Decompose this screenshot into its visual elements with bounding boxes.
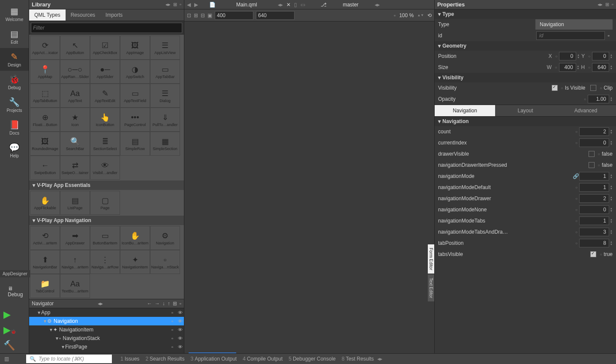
lib-item[interactable]: ≣SectionSelect — [90, 132, 120, 156]
tab-imports[interactable]: Imports — [100, 9, 128, 21]
tab-qml-types[interactable]: QML Types — [29, 9, 66, 21]
lib-item[interactable]: ▭ButtonBarItem — [90, 226, 120, 250]
visible-checkbox[interactable]: ✓ — [552, 85, 558, 91]
lib-item[interactable]: 📁TabControl — [30, 274, 60, 298]
link-icon[interactable]: 🔗 — [573, 173, 579, 179]
lib-item[interactable]: ⇄SwipeO…tainer — [60, 156, 90, 180]
canvas-height-field[interactable] — [256, 11, 294, 20]
eye-icon[interactable]: 👁 — [176, 344, 184, 349]
lib-item[interactable]: ☰Dialog — [150, 84, 180, 108]
sidebar-toggle-icon[interactable]: ▥ — [4, 356, 9, 362]
lib-item[interactable]: ●─AppSlider — [90, 60, 120, 84]
lib-item[interactable]: 📍AppMap — [30, 60, 60, 84]
lib-item[interactable]: ▢Page — [90, 191, 120, 215]
hide-icon[interactable]: ▫ — [168, 327, 176, 332]
lib-item[interactable]: ○─○AppRan…Slider — [60, 60, 90, 84]
lib-item[interactable]: ⊕Floati…Button — [30, 108, 60, 132]
hide-icon[interactable]: ▫ — [168, 310, 176, 315]
pane-search-results[interactable]: 2Search Results — [145, 356, 184, 362]
proptab-navigation[interactable]: Navigation — [435, 105, 495, 116]
split-h-icon[interactable]: ▯ — [294, 2, 297, 8]
value-input[interactable] — [579, 194, 609, 203]
lib-item[interactable]: •••PageControl — [120, 108, 150, 132]
value-input[interactable] — [579, 239, 609, 247]
lib-item[interactable]: ↑Naviga…arItem — [60, 250, 90, 274]
value-input[interactable] — [579, 183, 609, 192]
nav-fwd-button[interactable]: ▶ — [194, 2, 198, 8]
lib-item[interactable]: ←SwipeButton — [30, 156, 60, 180]
prop-add-icon[interactable]: ⊞ — [605, 2, 609, 7]
eye-icon[interactable]: 👁 — [176, 336, 184, 341]
branch-name[interactable]: master — [330, 2, 372, 8]
canvas-width-field[interactable] — [215, 11, 253, 20]
split-v-icon[interactable]: ▭ — [300, 2, 305, 8]
library-add-icon[interactable]: ⊞ — [173, 2, 177, 7]
chevron-down-icon[interactable]: ◂▸ — [278, 2, 283, 8]
library-expand-icon[interactable]: ◂▸ — [165, 2, 171, 7]
form-editor-tab[interactable]: Form Editor — [428, 244, 434, 274]
lib-item[interactable]: ⟲Activi…arItem — [30, 226, 60, 250]
section-essentials[interactable]: ▾V-Play App Essentials — [29, 180, 184, 190]
lib-item[interactable]: 🖼AppImage — [120, 36, 150, 60]
guides-icon[interactable]: ⊟ — [201, 12, 205, 18]
tree-row[interactable]: ▾App▫👁 — [29, 308, 184, 317]
lib-item[interactable]: AaTextBu…arItem — [60, 274, 90, 298]
snap-icon[interactable]: ⊡ — [187, 12, 191, 18]
library-pop-icon[interactable]: ▫ — [180, 2, 181, 7]
lib-item[interactable]: 🖼RoundedImage — [30, 132, 60, 156]
checkbox[interactable]: ✓ — [590, 251, 596, 257]
lib-item[interactable]: 👁Visibil…andler — [90, 156, 120, 180]
value-input[interactable] — [579, 217, 609, 225]
lib-item[interactable]: ☰AppListView — [150, 36, 180, 60]
mode-help[interactable]: 💬Help — [0, 139, 29, 162]
run-button[interactable]: ▶ — [3, 309, 16, 320]
lib-item[interactable]: ⬚AppTabButton — [30, 84, 60, 108]
group-visibility[interactable]: ▾Visibility — [435, 73, 616, 82]
pane-compile-output[interactable]: 4Compile Output — [243, 356, 282, 362]
lib-item[interactable]: 🔍SearchBar — [60, 132, 90, 156]
nav-back-icon[interactable]: ← — [147, 301, 152, 307]
nav-back-button[interactable]: ◀ — [187, 2, 191, 8]
nav-up-icon[interactable]: ↑ — [168, 301, 170, 307]
pane-debugger-console[interactable]: 5Debugger Console — [288, 356, 336, 362]
tree-row[interactable]: ▾✦NavigationItem▫👁 — [29, 325, 184, 334]
bounds-icon[interactable]: ▣ — [207, 12, 212, 18]
group-navigation[interactable]: ▾Navigation — [435, 117, 616, 126]
eye-icon[interactable]: 👁 — [176, 310, 184, 315]
anchor-icon[interactable]: ⊞ — [194, 12, 198, 18]
eye-icon[interactable]: 👁 — [176, 327, 184, 332]
value-input[interactable] — [579, 228, 609, 236]
nav-pop-icon[interactable]: ▫ — [180, 301, 181, 307]
mode-docs[interactable]: 📕Docs — [0, 116, 29, 139]
lib-item[interactable]: ▦SimpleSection — [150, 132, 180, 156]
section-navigation[interactable]: ▾V-Play App Navigation — [29, 216, 184, 225]
mode-edit[interactable]: ▤Edit — [0, 25, 29, 48]
tree-row[interactable]: ▾⚙Navigation▫👁 — [29, 317, 184, 325]
lib-item[interactable]: ★Icon — [60, 108, 90, 132]
checkbox[interactable] — [589, 162, 595, 168]
debug-selector[interactable]: 🖥Debug — [8, 286, 23, 298]
eye-icon[interactable]: 👁 — [176, 319, 184, 324]
lib-item[interactable]: ✋AppFlickable — [30, 191, 60, 215]
nav-fwd-icon[interactable]: → — [155, 301, 160, 307]
appdesigner-selector[interactable]: AppDesigner — [0, 270, 30, 277]
locator[interactable]: 🔍 Type to locate (⌘K) — [26, 355, 112, 363]
lib-item[interactable]: ⬆NavigationBar — [30, 250, 60, 274]
close-file-icon[interactable]: ✕ — [286, 2, 291, 8]
lib-item[interactable]: AaAppText — [60, 84, 90, 108]
hide-icon[interactable]: ▫ — [168, 336, 176, 341]
pos-y-input[interactable] — [592, 52, 609, 60]
size-h-input[interactable] — [592, 63, 609, 72]
hide-icon[interactable]: ▫ — [168, 344, 176, 349]
lib-item[interactable]: ✎AppTextEdit — [90, 84, 120, 108]
lib-item[interactable]: ⇓PullTo…andler — [150, 108, 180, 132]
id-input[interactable] — [536, 31, 605, 40]
export-id-icon[interactable]: ▫ — [605, 33, 613, 39]
mode-projects[interactable]: 🔧Projects — [0, 93, 29, 116]
opacity-input[interactable] — [588, 95, 609, 103]
mode-welcome[interactable]: ▦Welcome — [0, 3, 29, 25]
run-debug-button[interactable]: ▶🐞 — [3, 325, 16, 336]
zoom-spin-icon[interactable]: ▲▼ — [417, 13, 424, 17]
lib-item[interactable]: ✋IconBu…arItem — [120, 226, 150, 250]
value-input[interactable] — [579, 205, 609, 214]
